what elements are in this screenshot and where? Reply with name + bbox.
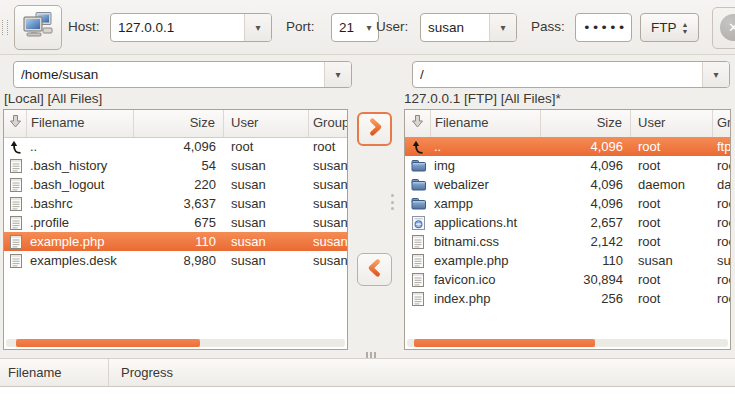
file-group: root: [713, 291, 730, 306]
file-user: root: [631, 158, 713, 173]
host-dropdown-button[interactable]: ▾: [244, 14, 271, 41]
port-input[interactable]: [332, 14, 360, 41]
user-dropdown-button[interactable]: ▾: [489, 14, 516, 41]
pass-entry: [575, 13, 632, 42]
file-row-applications.ht[interactable]: applications.ht2,657rootroot: [405, 213, 730, 232]
remote-col-size[interactable]: Size: [541, 110, 631, 137]
remote-col-filename[interactable]: Filename: [431, 110, 541, 137]
spinner-arrows-icon: ▲▼: [677, 21, 693, 35]
chevron-down-icon: ▾: [500, 22, 505, 33]
pane-splitter-handle[interactable]: [391, 194, 394, 210]
file-size: 675: [134, 215, 224, 230]
host-label: Host:: [68, 19, 100, 35]
remote-col-group[interactable]: Group: [713, 110, 730, 137]
user-input[interactable]: [421, 14, 489, 41]
local-hscrollbar: [6, 339, 345, 347]
file-group: susan: [309, 253, 347, 268]
file-row-img[interactable]: img4,096rootroot: [405, 156, 730, 175]
file-row-bitnami.css[interactable]: bitnami.css2,142rootroot: [405, 232, 730, 251]
file-icon: [4, 213, 27, 232]
file-user: daemon: [631, 177, 713, 192]
local-file-list: ..4,096rootroot.bash_history54susansusan…: [4, 137, 347, 270]
arrow-left-icon: [366, 258, 384, 282]
file-group: ftp: [713, 139, 730, 154]
file-row-.bash_history[interactable]: .bash_history54susansusan: [4, 156, 347, 175]
remote-path-dropdown-button[interactable]: ▾: [702, 62, 729, 87]
stop-x-icon: ✕: [720, 14, 735, 41]
remote-path-input[interactable]: [413, 62, 702, 87]
local-path-dropdown-button[interactable]: ▾: [324, 62, 351, 87]
folder-icon: [405, 175, 431, 194]
file-icon: [405, 232, 431, 251]
file-row-favicon.ico[interactable]: favicon.ico30,894rootroot: [405, 270, 730, 289]
file-group: root: [713, 234, 730, 249]
file-user: root: [631, 196, 713, 211]
file-row-webalizer[interactable]: webalizer4,096daemondaemon: [405, 175, 730, 194]
file-row-index.php[interactable]: index.php256rootroot: [405, 289, 730, 308]
pass-input[interactable]: [576, 14, 631, 41]
file-row-..[interactable]: ..4,096rootftp: [405, 137, 730, 156]
local-sort-header[interactable]: [4, 110, 27, 137]
chevron-down-icon: ▾: [255, 22, 260, 33]
queue-col-progress[interactable]: Progress: [109, 359, 173, 386]
file-group: susan: [309, 196, 347, 211]
user-label: User:: [376, 19, 408, 35]
file-user: root: [631, 272, 713, 287]
file-size: 110: [134, 234, 224, 249]
file-group: root: [309, 139, 347, 154]
file-size: 4,096: [541, 196, 631, 211]
transfer-to-remote-button[interactable]: [357, 112, 392, 146]
transfer-to-local-button[interactable]: [357, 253, 392, 286]
file-name: example.php: [431, 253, 541, 268]
remote-file-list: ..4,096rootftpimg4,096rootrootwebalizer4…: [405, 137, 730, 308]
local-col-user[interactable]: User: [224, 110, 309, 137]
connect-button[interactable]: [14, 5, 62, 50]
file-icon: [405, 289, 431, 308]
file-name: .bashrc: [27, 196, 134, 211]
remote-col-user[interactable]: User: [631, 110, 713, 137]
file-name: xampp: [431, 196, 541, 211]
local-col-size[interactable]: Size: [134, 110, 224, 137]
folder-icon: [405, 156, 431, 175]
queue-col-filename[interactable]: Filename: [0, 359, 109, 386]
local-path-input[interactable]: [14, 62, 324, 87]
host-input[interactable]: [111, 14, 244, 41]
file-row-.bashrc[interactable]: .bashrc3,637susansusan: [4, 194, 347, 213]
file-group: susan: [309, 215, 347, 230]
file-row-..[interactable]: ..4,096rootroot: [4, 137, 347, 156]
file-user: susan: [224, 177, 309, 192]
local-hscrollbar-thumb[interactable]: [16, 339, 200, 347]
protocol-select[interactable]: FTP ▲▼: [640, 13, 699, 42]
file-user: susan: [224, 196, 309, 211]
toolbar-drag-handle[interactable]: [2, 20, 8, 35]
file-icon: [4, 194, 27, 213]
file-row-.bash_logout[interactable]: .bash_logout220susansusan: [4, 175, 347, 194]
sort-arrow-icon: [411, 111, 424, 137]
file-group: susan: [309, 234, 347, 249]
stop-button[interactable]: ✕: [712, 7, 735, 49]
file-row-example.php[interactable]: example.php110susansusan: [4, 232, 347, 251]
file-size: 4,096: [541, 158, 631, 173]
file-name: bitnami.css: [431, 234, 541, 249]
connect-computers-icon: [22, 11, 54, 45]
remote-hscrollbar-thumb[interactable]: [414, 339, 595, 347]
local-col-filename[interactable]: Filename: [27, 110, 134, 137]
protocol-value: FTP: [641, 20, 677, 35]
file-row-examples.desk[interactable]: examples.desk8,980susansusan: [4, 251, 347, 270]
updir-icon: [4, 137, 27, 156]
file-row-xampp[interactable]: xampp4,096rootroot: [405, 194, 730, 213]
file-group: root: [713, 158, 730, 173]
chevron-down-icon: ▾: [713, 69, 718, 80]
file-row-example.php[interactable]: example.php110susansusan: [405, 251, 730, 270]
file-icon: [4, 175, 27, 194]
file-group: root: [713, 215, 730, 230]
file-size: 4,096: [541, 139, 631, 154]
file-name: example.php: [27, 234, 134, 249]
file-user: root: [224, 139, 309, 154]
local-col-group[interactable]: Group: [309, 110, 347, 137]
file-name: .bash_history: [27, 158, 134, 173]
file-group: root: [713, 196, 730, 211]
remote-sort-header[interactable]: [405, 110, 431, 137]
file-row-.profile[interactable]: .profile675susansusan: [4, 213, 347, 232]
local-path-combo: ▾: [13, 61, 352, 88]
